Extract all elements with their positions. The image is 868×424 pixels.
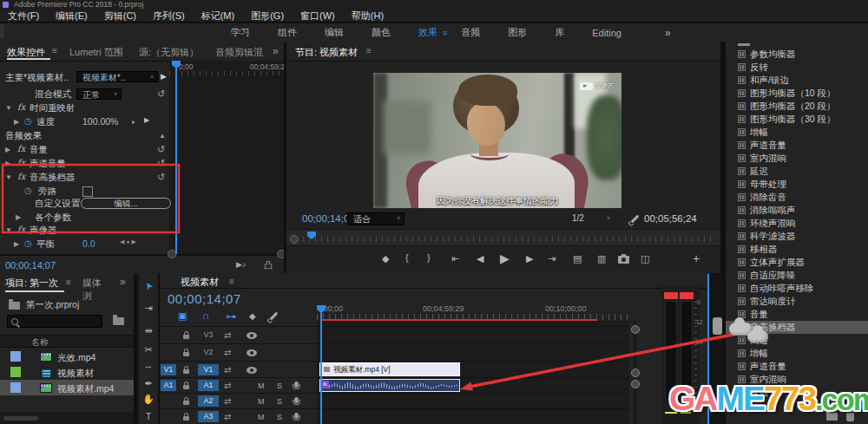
- export-icon[interactable]: 凸: [264, 259, 273, 271]
- go-to-out-button[interactable]: ⇥: [548, 253, 556, 264]
- project-item-video-clip-selected[interactable]: 视频素材.mp4: [0, 380, 136, 395]
- track-output-eye-icon[interactable]: [247, 367, 257, 374]
- keyframe-prev-icon[interactable]: ▸: [132, 118, 135, 126]
- lock-icon[interactable]: [183, 416, 189, 421]
- solo-button[interactable]: S: [277, 397, 282, 406]
- edit-button[interactable]: 编辑...: [81, 198, 171, 209]
- clip-select-dropdown[interactable]: 视频素材*.. ˅: [76, 71, 158, 82]
- project-search-input[interactable]: [7, 315, 102, 328]
- effect-item[interactable]: 参数均衡器: [726, 48, 868, 61]
- lift-button[interactable]: ▤: [573, 253, 582, 264]
- effect-item[interactable]: 声道音量: [726, 360, 868, 373]
- sync-lock-icon[interactable]: ⇄: [224, 330, 231, 340]
- mute-button[interactable]: M: [258, 397, 265, 406]
- collapse-icon[interactable]: ▲: [159, 132, 166, 140]
- lock-icon[interactable]: [183, 335, 189, 339]
- effect-item[interactable]: 图形均衡器（10 段）: [726, 87, 868, 100]
- mark-out-button[interactable]: }: [427, 252, 431, 263]
- tab-overflow-icon[interactable]: »: [120, 276, 126, 288]
- go-to-in-button[interactable]: ⇤: [451, 253, 459, 264]
- nest-toggle-icon[interactable]: ▣: [178, 310, 187, 322]
- tab-source-monitor[interactable]: 源:（无剪辑）: [139, 46, 199, 59]
- razor-tool[interactable]: ✂: [140, 342, 157, 357]
- time-remap-row[interactable]: ▼ fx 时间重映射: [0, 101, 169, 114]
- sync-lock-icon[interactable]: ⇄: [224, 365, 231, 375]
- playback-resolution-select[interactable]: 1/2 ˅: [566, 212, 615, 225]
- program-video-frame[interactable]: 爱奇艺 因为你没有解决这件事情的能力: [373, 73, 621, 208]
- lock-icon[interactable]: [183, 369, 189, 374]
- reset-icon[interactable]: ↺: [157, 158, 165, 169]
- panel-menu-icon[interactable]: ≡: [66, 277, 71, 287]
- timeline-playhead-line[interactable]: [320, 309, 322, 424]
- sync-lock-icon[interactable]: ⇄: [224, 412, 231, 421]
- track-name[interactable]: A3: [198, 411, 219, 422]
- chevron-right-icon[interactable]: ▶: [14, 118, 19, 126]
- menu-window[interactable]: 窗口(W): [300, 10, 335, 23]
- reset-icon[interactable]: ↺: [157, 88, 165, 100]
- voiceover-mic-icon[interactable]: [294, 382, 299, 388]
- tab-program-monitor[interactable]: 节目: 视频素材: [295, 46, 358, 59]
- mark-in-button[interactable]: {: [405, 252, 409, 263]
- slip-tool[interactable]: ↔: [140, 357, 157, 373]
- track-name[interactable]: V1: [198, 364, 219, 375]
- project-file-name[interactable]: 第一次.prproj: [26, 299, 79, 311]
- stopwatch-icon[interactable]: ◷: [24, 186, 32, 195]
- effect-item[interactable]: 反转: [726, 61, 868, 74]
- pen-tool[interactable]: ✒: [140, 375, 157, 391]
- bypass-checkbox[interactable]: [82, 186, 93, 197]
- volume-effect-row[interactable]: ▶ fx 音量 ↺: [0, 143, 169, 156]
- workspace-tab-assembly[interactable]: 组件: [264, 26, 311, 39]
- clip-indicator-left[interactable]: [664, 292, 678, 299]
- source-patch-v1[interactable]: V1: [161, 364, 176, 375]
- sync-lock-icon[interactable]: ⇄: [224, 348, 231, 357]
- audio-effects-section[interactable]: 音频效果 ▲: [0, 129, 169, 142]
- keyframe-add-icon[interactable]: ▶: [144, 116, 149, 124]
- solo-button[interactable]: S: [277, 413, 282, 421]
- workspace-tab-editing-en[interactable]: Editing: [578, 28, 635, 38]
- playhead-timecode[interactable]: 00;00;14;07: [5, 260, 56, 271]
- workspace-tab-audio[interactable]: 音频: [447, 26, 494, 39]
- project-hscrollbar[interactable]: [0, 412, 136, 424]
- menu-edit[interactable]: 编辑(E): [56, 10, 88, 23]
- solo-button[interactable]: S: [277, 382, 282, 390]
- track-name[interactable]: V2: [198, 347, 219, 358]
- panel-menu-icon[interactable]: ≡: [52, 46, 57, 55]
- timeline-settings-wrench-icon[interactable]: [270, 312, 279, 321]
- search-bin-icon[interactable]: [113, 317, 124, 325]
- mini-playhead-line[interactable]: [175, 61, 177, 254]
- lock-icon[interactable]: [183, 401, 189, 405]
- play-audio-icon[interactable]: ▶♪: [236, 260, 246, 269]
- export-frame-camera-button[interactable]: [618, 256, 629, 264]
- mute-button[interactable]: M: [258, 413, 265, 421]
- scroll-handle[interactable]: [631, 369, 640, 377]
- play-button[interactable]: ▶: [500, 251, 510, 265]
- effect-controls-mini-timeline[interactable]: 0;00 00;04;59;2: [169, 61, 286, 254]
- chevron-right-icon[interactable]: ▶: [14, 240, 19, 248]
- audio-clip-a1[interactable]: fx: [319, 379, 460, 392]
- step-forward-button[interactable]: ▶: [526, 253, 533, 264]
- chevron-down-icon[interactable]: ▼: [5, 173, 12, 181]
- video-clip-v1[interactable]: 视频素材.mp4 [V]: [319, 362, 460, 376]
- workspace-overflow-icon[interactable]: »: [665, 27, 671, 39]
- menu-help[interactable]: 帮助(H): [352, 10, 384, 23]
- balance-row[interactable]: ▶ ◷ 平衡 0.0 ◀ ● ▶: [0, 238, 169, 251]
- stopwatch-icon[interactable]: ◷: [24, 238, 32, 248]
- chevron-down-icon[interactable]: ▼: [5, 226, 12, 234]
- hand-tool[interactable]: ✋: [140, 391, 157, 407]
- clip-nav-icon[interactable]: ▶: [161, 72, 167, 81]
- effect-item[interactable]: 母带处理: [726, 178, 868, 191]
- panel-menu-icon[interactable]: ≡: [229, 277, 234, 286]
- effect-item[interactable]: 音量: [726, 308, 868, 321]
- workspace-tab-libraries[interactable]: 库: [541, 26, 578, 39]
- menu-marker[interactable]: 标记(M): [201, 10, 235, 23]
- project-item-sequence[interactable]: 视频素材: [0, 364, 136, 380]
- track-output-eye-icon[interactable]: [247, 349, 257, 356]
- effect-item[interactable]: 自适应降噪: [726, 269, 868, 282]
- keyframe-nav-icons[interactable]: ◀ ● ▶: [120, 238, 136, 245]
- effect-item[interactable]: 图形均衡器（20 段）: [726, 100, 868, 113]
- effect-item[interactable]: 消除齿音: [726, 191, 868, 204]
- panel-splitter-handle[interactable]: [713, 317, 722, 335]
- effect-item[interactable]: 室内混响: [726, 152, 868, 165]
- tab-audio-clip-mixer[interactable]: 音频剪辑混: [215, 46, 266, 59]
- effect-item[interactable]: 科学滤波器: [726, 230, 868, 243]
